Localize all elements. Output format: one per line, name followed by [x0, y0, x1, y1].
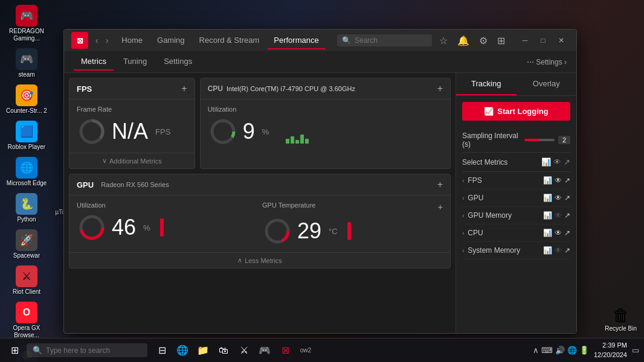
taskbar-arrow-up[interactable]: ∧	[533, 346, 539, 355]
start-logging-button[interactable]: 📈 Start Logging	[462, 102, 570, 121]
grid-icon[interactable]: ⊞	[495, 34, 507, 48]
minimize-button[interactable]: ─	[517, 34, 533, 47]
taskbar-keyboard[interactable]: ⌨	[541, 346, 553, 355]
search-input[interactable]	[355, 36, 427, 45]
fps-value: N/A	[112, 119, 148, 144]
nav-item-home[interactable]: Home	[115, 32, 149, 49]
notification-icon[interactable]: 🔔	[455, 34, 472, 48]
taskbar-time[interactable]: 2:39 PM 12/20/2024	[594, 341, 627, 360]
gpu-temp-add[interactable]: +	[438, 202, 443, 212]
cpu-panel-header: CPU Intel(R) Core(TM) i7-4790 CPU @ 3.60…	[201, 78, 450, 100]
taskbar-riot[interactable]: ⚔	[234, 341, 254, 360]
sys-mem-trend-icon[interactable]: ↗	[564, 246, 570, 255]
sub-nav-metrics[interactable]: Metrics	[74, 53, 114, 71]
taskbar-show-desktop[interactable]: ▭	[632, 346, 639, 355]
recycle-bin[interactable]: 🗑 Recycle Bin	[605, 305, 637, 332]
gpu-trend-icon[interactable]: ↗	[564, 194, 570, 202]
forward-button[interactable]: ›	[103, 34, 111, 46]
gpu-temp-value: 29	[297, 218, 321, 244]
desktop-icon-edge[interactable]: 🌐 Microsoft Edge	[2, 154, 51, 189]
fps-add-button[interactable]: +	[181, 83, 187, 94]
fps-row-chevron[interactable]: ›	[462, 177, 464, 184]
sub-nav-settings-btn[interactable]: ⋯ Settings ›	[527, 58, 567, 66]
sub-nav-settings[interactable]: Settings	[156, 53, 199, 71]
gpu-mem-chart-icon[interactable]: 📊	[543, 211, 552, 220]
cpu-panel: CPU Intel(R) Core(TM) i7-4790 CPU @ 3.60…	[200, 78, 451, 169]
taskbar-ow2[interactable]: ow2	[296, 341, 315, 360]
desktop-icon-roblox[interactable]: 🟦 Roblox Player	[2, 118, 51, 153]
cpu-trend-icon[interactable]: ↗	[564, 229, 570, 237]
tab-tracking[interactable]: Tracking	[456, 73, 517, 95]
nav-item-gaming[interactable]: Gaming	[151, 32, 191, 49]
taskbar-search: 🔍	[27, 343, 147, 357]
gpu-eye-icon[interactable]: 👁	[555, 194, 562, 202]
desktop-icon-steam[interactable]: 🎮 steam	[2, 46, 51, 81]
cpu-chart-icon[interactable]: 📊	[543, 229, 552, 237]
main-nav: Home Gaming Record & Stream Performance	[115, 32, 332, 49]
metric-row-system-memory: › System Memory 📊 👁 ↗	[462, 242, 570, 259]
fps-chart-icon[interactable]: 📊	[543, 176, 552, 185]
taskbar-volume[interactable]: 🔊	[555, 346, 565, 355]
start-button[interactable]: ⊞	[5, 341, 24, 360]
cpu-row-chevron[interactable]: ›	[462, 230, 464, 237]
gpu-row-label: GPU	[468, 194, 543, 202]
trend-icon[interactable]: ↗	[564, 157, 570, 167]
gpu-mem-row-chevron[interactable]: ›	[462, 212, 464, 219]
tab-overlay[interactable]: Overlay	[517, 73, 577, 95]
back-button[interactable]: ‹	[93, 34, 101, 46]
chart-icon[interactable]: 📊	[541, 157, 551, 167]
fps-panel-body: Frame Rate N/A FPS	[69, 100, 195, 153]
gpu-row-icons: 📊 👁 ↗	[543, 194, 570, 202]
metric-row-gpu-memory: › GPU Memory 📊 👁 ↗	[462, 207, 570, 224]
desktop-icon-python[interactable]: 🐍 Python	[2, 191, 51, 226]
taskbar-amd[interactable]: ⊠	[275, 341, 295, 360]
gpu-mem-eye-icon[interactable]: 👁	[555, 211, 562, 220]
taskbar-edge[interactable]: 🌐	[173, 341, 192, 360]
taskbar-task-view[interactable]: ⊟	[152, 341, 172, 360]
desktop-icon-riot[interactable]: ⚔ Riot Client	[2, 263, 51, 298]
settings-icon[interactable]: ⚙	[477, 34, 490, 48]
sys-mem-chart-icon[interactable]: 📊	[543, 246, 552, 255]
sys-mem-eye-icon[interactable]: 👁	[555, 246, 562, 255]
eye-icon[interactable]: 👁	[553, 157, 561, 167]
gpu-mem-trend-icon[interactable]: ↗	[564, 211, 570, 220]
fps-eye-icon[interactable]: 👁	[555, 176, 562, 185]
cpu-value-row: 9 %	[208, 116, 443, 147]
taskbar-network[interactable]: 🌐	[567, 346, 577, 355]
gpu-mem-row-icons: 📊 👁 ↗	[543, 211, 570, 220]
cpu-gauge	[208, 116, 238, 147]
right-sidebar: Tracking Overlay 📈 Start Logging Samplin…	[456, 73, 576, 333]
select-metrics-row: Select Metrics 📊 👁 ↗	[462, 153, 570, 172]
cpu-eye-icon[interactable]: 👁	[555, 229, 562, 237]
cpu-add-button[interactable]: +	[437, 83, 443, 94]
gpu-less-metrics[interactable]: ∧ Less Metrics	[69, 252, 450, 268]
bookmark-icon[interactable]: ☆	[437, 34, 450, 48]
taskbar-explorer[interactable]: 📁	[193, 341, 213, 360]
desktop-icon-counter-strike[interactable]: 🎯 Counter-Str... 2	[2, 82, 51, 117]
taskbar-battery[interactable]: 🔋	[579, 346, 589, 355]
fps-metric-label: Frame Rate	[77, 106, 187, 113]
close-button[interactable]: ✕	[553, 34, 569, 47]
desktop-icon-redragon[interactable]: 🎮 REDRAGON Gaming...	[2, 2, 51, 45]
search-icon: 🔍	[342, 36, 351, 45]
gpu-chart-icon[interactable]: 📊	[543, 194, 552, 202]
gpu-add-button[interactable]: +	[437, 179, 443, 190]
nav-item-record-stream[interactable]: Record & Stream	[193, 32, 266, 49]
gpu-row-chevron[interactable]: ›	[462, 195, 464, 202]
desktop-icon-opera[interactable]: O Opera GX Browse...	[2, 299, 51, 341]
desktop-icon-spacewar[interactable]: 🚀 Spacewar	[2, 227, 51, 262]
taskbar: ⊞ 🔍 ⊟ 🌐 📁 🛍 ⚔ 🎮 ⊠ ow2 ∧ ⌨ 🔊 🌐 🔋 2:39 PM …	[0, 338, 644, 362]
taskbar-epic[interactable]: 🎮	[255, 341, 274, 360]
fps-trend-icon[interactable]: ↗	[564, 176, 570, 185]
sys-mem-row-chevron[interactable]: ›	[462, 247, 464, 254]
sub-nav-tuning[interactable]: Tuning	[116, 53, 154, 71]
cpu-mini-bars	[286, 119, 309, 144]
maximize-button[interactable]: □	[535, 34, 551, 47]
taskbar-store[interactable]: 🛍	[214, 341, 233, 360]
title-actions: ☆ 🔔 ⚙ ⊞	[437, 34, 507, 48]
sampling-slider[interactable]	[524, 139, 555, 141]
desktop-icons: 🎮 REDRAGON Gaming... 🎮 steam 🎯 Counter-S…	[0, 0, 60, 350]
nav-item-performance[interactable]: Performance	[268, 32, 324, 49]
fps-additional-metrics[interactable]: ∨ Additional Metrics	[69, 153, 195, 168]
taskbar-search-input[interactable]	[46, 346, 130, 355]
